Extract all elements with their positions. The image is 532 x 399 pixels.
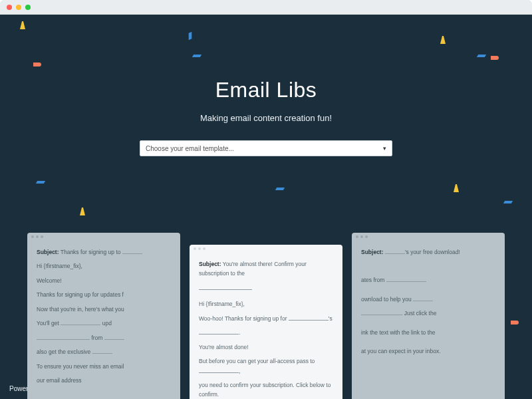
- card-body: Subject: You're almost there! Confirm yo…: [190, 253, 342, 399]
- body-text: at you can expect in your inbox.: [361, 346, 495, 356]
- body-text: .: [199, 328, 333, 337]
- minimize-dot[interactable]: [16, 5, 21, 10]
- body-text: you need to confirm your subscription. C…: [199, 380, 333, 399]
- body-text: You'll get upd: [37, 319, 171, 328]
- subject-blank: [199, 283, 333, 293]
- body-text: also get the exclusive: [37, 347, 171, 356]
- page-title: Email Libs: [0, 78, 532, 102]
- body-text: from: [37, 333, 171, 342]
- confetti-trapezoid-icon: [440, 36, 446, 44]
- page-subtitle: Making email content creation fun!: [0, 113, 532, 123]
- template-select-wrap: Choose your email template... ▾: [140, 140, 392, 156]
- preview-card-center[interactable]: Subject: You're almost there! Confirm yo…: [190, 245, 342, 399]
- card-window-chrome: [352, 233, 505, 241]
- close-dot[interactable]: [7, 5, 12, 10]
- body-text: Woo-hoo! Thanks for signing up for 's: [199, 314, 333, 323]
- body-text: But before you can get your all-access p…: [199, 356, 333, 376]
- body-text: You're almost done!: [199, 342, 333, 352]
- browser-frame: Email Libs Making email content creation…: [0, 0, 532, 399]
- preview-card-left[interactable]: Subject: Thanks for signing up to Hi {!f…: [27, 233, 180, 399]
- card-body: Subject: Thanks for signing up to Hi {!f…: [27, 241, 180, 385]
- confetti-parallelogram-icon: [192, 55, 201, 57]
- confetti-parallelogram-icon: [275, 188, 285, 190]
- chevron-down-icon: ▾: [383, 145, 386, 152]
- body-text: Now that you're in, here's what you: [37, 305, 171, 314]
- confetti-parallelogram-icon: [477, 55, 486, 57]
- preview-card-right[interactable]: Subject: 's your free download! ates fro…: [352, 233, 505, 399]
- subject-line: Subject: You're almost there! Confirm yo…: [199, 259, 333, 279]
- template-previews: Subject: Thanks for signing up to Hi {!f…: [0, 233, 532, 399]
- app-canvas: Email Libs Making email content creation…: [0, 15, 532, 399]
- body-text: Welcome!: [37, 276, 171, 285]
- greeting-text: Hi {!firstname_fix},: [37, 261, 171, 271]
- confetti-semicircle-icon: [491, 56, 499, 60]
- body-text: . Just click the: [361, 309, 495, 318]
- confetti-trapezoid-icon: [20, 21, 25, 29]
- body-text: ink the text with the link to the: [361, 328, 495, 337]
- window-chrome: [0, 0, 532, 15]
- greeting-text: Hi {!firstname_fix},: [199, 299, 333, 309]
- template-select-placeholder: Choose your email template...: [146, 145, 234, 152]
- confetti-parallelogram-icon: [189, 32, 192, 40]
- template-select[interactable]: Choose your email template... ▾: [140, 140, 392, 156]
- confetti-trapezoid-icon: [80, 207, 85, 215]
- body-text: Thanks for signing up for updates f: [37, 290, 171, 299]
- body-text: ates from: [361, 275, 495, 285]
- confetti-parallelogram-icon: [503, 201, 513, 203]
- card-window-chrome: [190, 245, 342, 253]
- subject-line: Subject: 's your free download!: [361, 247, 495, 257]
- card-body: Subject: 's your free download! ates fro…: [352, 241, 505, 356]
- body-text: ownload to help you: [361, 295, 495, 304]
- body-text: To ensure you never miss an email: [37, 362, 171, 371]
- card-window-chrome: [27, 233, 180, 241]
- hero-section: Email Libs Making email content creation…: [0, 15, 532, 156]
- confetti-trapezoid-icon: [454, 184, 459, 192]
- confetti-parallelogram-icon: [36, 181, 45, 184]
- body-text: our email address: [37, 376, 171, 385]
- maximize-dot[interactable]: [25, 5, 31, 10]
- subject-line: Subject: Thanks for signing up to: [37, 247, 171, 257]
- confetti-semicircle-icon: [33, 63, 41, 66]
